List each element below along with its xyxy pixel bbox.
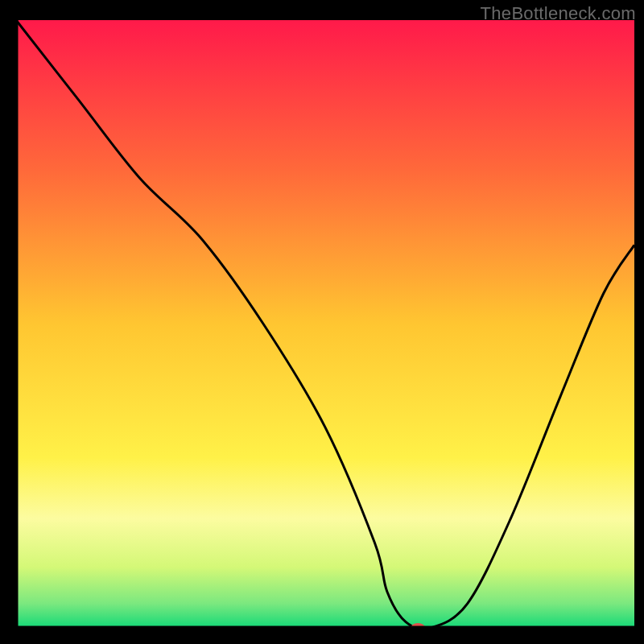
bottleneck-chart (0, 0, 644, 644)
plot-background (16, 20, 634, 628)
watermark-text: TheBottleneck.com (481, 3, 636, 24)
chart-container: TheBottleneck.com (0, 0, 644, 644)
